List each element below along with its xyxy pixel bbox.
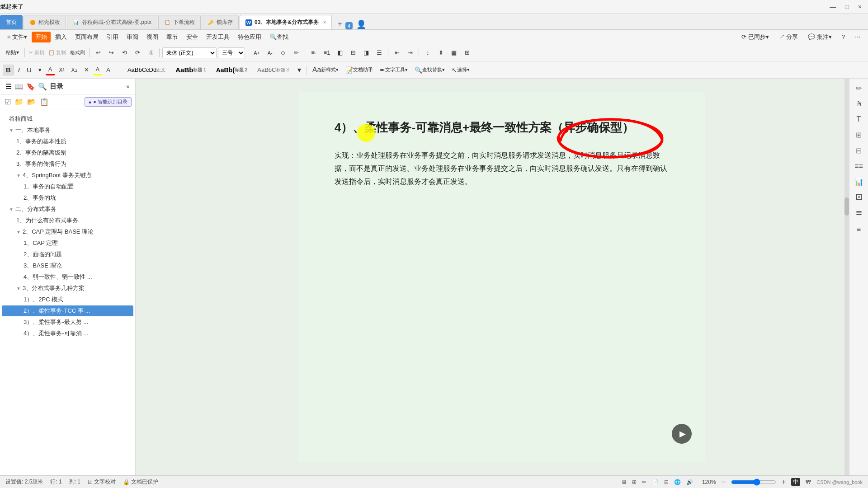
menu-search[interactable]: 🔍查找 [266,32,292,42]
text-assist-button[interactable]: 📝 文档助手 [343,65,376,75]
menu-start[interactable]: 开始 [32,32,51,42]
vertical-scrollbar[interactable] [844,79,849,475]
toc-item-yi-2[interactable]: 2、事务的隔离级别 [2,147,133,158]
toc-item-er[interactable]: ▼ 二、分布式事务 [2,204,133,215]
indent-increase-button[interactable]: ⇥ [404,47,416,59]
find-replace-button[interactable]: 🔍 查找替换▾ [412,65,448,75]
ime-indicator[interactable]: 中 [791,478,800,486]
edit-icon[interactable]: ✏ [642,479,646,485]
menu-special-apps[interactable]: 特色应用 [234,32,265,42]
undo2-button[interactable]: ⟳ [132,47,143,59]
view-icon-2[interactable]: ⊞ [632,479,637,485]
toc-item-yi-3[interactable]: 3、事务的传播行为 [2,159,133,169]
tab-slides[interactable]: 📊 谷粒商城-分布式高级-图.pptx [67,15,157,29]
doc-area[interactable]: 4）、柔性事务-可靠消息+最终一致性方案（异步确保型） 实现：业务处理服务在业务… [136,79,868,475]
sound-icon[interactable]: 🔊 [686,479,693,485]
doc-icon-status[interactable]: 📄 [652,479,659,485]
toc-check-all[interactable]: ☑ [4,97,12,107]
toc-item-er-2-2[interactable]: 2、面临的问题 [2,249,133,260]
highlight-color-button[interactable]: A [93,65,103,75]
right-panel-list-icon[interactable]: ≡ [855,224,863,235]
font-color2-button[interactable]: A [104,65,113,75]
copy-button[interactable]: 📋 复制 [47,47,67,59]
comment-btn[interactable]: 💬 批注▾ [804,32,835,42]
protect-btn[interactable]: 🔒 文档已保护 [123,478,158,486]
zoom-slider[interactable] [731,479,776,486]
menu-insert[interactable]: 插入 [52,32,71,42]
format-painter-button[interactable]: 格式刷 [69,47,86,59]
font-size-select[interactable]: 三号 [218,47,245,58]
style-normal[interactable]: AaBbCcDd 正文 [123,64,170,76]
zoom-in-button[interactable]: + [782,478,786,486]
line-spacing-button[interactable]: ↕ [422,47,434,59]
close-window-button[interactable]: × [855,2,864,11]
clear-format-button[interactable]: ◇ [277,47,289,59]
bold-button[interactable]: B [3,65,14,75]
select-button[interactable]: ↖ 选择▾ [449,65,472,75]
sidebar-nav-icon[interactable]: ☰ [5,82,12,91]
view-icon-1[interactable]: 🖥 [621,479,627,485]
superscript-button[interactable]: X² [57,65,67,75]
toc-item-er-3-2[interactable]: 2）、柔性事务-TCC 事 ... [2,305,133,316]
font-decrease-button[interactable]: A- [264,47,276,59]
menu-review[interactable]: 审阅 [123,32,142,42]
menu-reference[interactable]: 引用 [103,32,122,42]
redo2-button[interactable]: ⟲ [118,47,130,59]
help-btn[interactable]: ? [838,32,849,42]
right-panel-lines-icon[interactable]: ≡≡ [853,160,865,172]
style-heading1[interactable]: AaBb 标题 1 [171,64,210,76]
right-panel-grid-icon[interactable]: 〓 [854,207,864,220]
toc-item-er-2-1[interactable]: 1、CAP 定理 [2,238,133,249]
menu-dev-tools[interactable]: 开发工具 [203,32,233,42]
scrollbar-thumb[interactable] [844,197,849,216]
toc-item-er-3-1[interactable]: 1）、2PC 模式 [2,294,133,305]
tab-add-button[interactable]: + [335,19,345,29]
right-panel-minus-icon[interactable]: ⊟ [854,145,863,157]
menu-security[interactable]: 安全 [183,32,202,42]
toc-item-er-3-4[interactable]: 4）、柔性事务-可靠消 ... [2,328,133,339]
tab-doc[interactable]: W 03、本地事务&分布式事务 × [240,15,332,29]
undo-button[interactable]: ↩ [92,47,104,59]
indent-decrease-button[interactable]: ⇤ [391,47,403,59]
subscript-button[interactable]: X₂ [69,65,80,75]
menu-file[interactable]: ≡ 文件▾ [4,32,31,42]
toc-folder-open-icon[interactable]: 📂 [26,97,37,107]
paste-button[interactable]: 粘贴▾ [3,47,22,59]
smart-toc-button[interactable]: ● ● 智能识别目录 [85,97,132,107]
tab-flow[interactable]: 📋 下单流程 [158,15,201,29]
underline-button[interactable]: U [24,65,34,75]
right-panel-image-icon[interactable]: 🖼 [854,192,864,203]
style-heading2[interactable]: AaBb( 标题 2 [212,64,252,76]
style-heading3[interactable]: AaBbC 标题 3 [253,64,293,76]
more-btn[interactable]: ⋯ [851,32,864,42]
tab-library[interactable]: 🔑 锁库存 [202,15,239,29]
font-name-select[interactable]: 未体 (正文) [162,47,217,58]
play-button[interactable]: ▶ [672,424,692,444]
toc-item-er-2-4[interactable]: 4、弱一致性、弱一致性 ... [2,272,133,282]
font-increase-button[interactable]: A+ [251,47,263,59]
profile-icon[interactable]: 👤 [356,19,366,29]
toc-item-yi-4[interactable]: ▼ 4、SpringBoot 事务关键点 [2,170,133,181]
right-panel-table-icon[interactable]: ⊞ [854,129,863,141]
new-style-button[interactable]: Aa 新样式▾ [310,65,342,75]
redo-button[interactable]: ↪ [105,47,117,59]
sidebar-search-icon[interactable]: 🔍 [38,82,47,91]
cut-button[interactable]: ✂ 剪切 [28,47,46,59]
tab-template[interactable]: 🟠 稻壳模板 [24,15,66,29]
web-icon[interactable]: 🌐 [674,479,681,485]
toc-list-icon[interactable]: 📋 [39,97,50,107]
bullet-list-button[interactable]: ≡· [308,47,320,59]
sync-btn[interactable]: ⟳ 已同步▾ [738,32,773,42]
share-btn[interactable]: ↗ 分享 [775,32,802,42]
zoom-out-button[interactable]: − [722,478,726,486]
right-panel-cursor-icon[interactable]: 🖱 [854,98,864,110]
right-panel-chart-icon[interactable]: 📊 [853,176,865,188]
sidebar-bookmark-icon[interactable]: 🔖 [26,82,35,91]
align-justify-button[interactable]: ☰ [373,47,385,59]
toc-folder-icon[interactable]: 📁 [14,97,24,107]
tab-home[interactable]: 首页 [0,15,23,29]
toc-item-er-3[interactable]: ▼ 3、分布式事务几种方案 [2,283,133,294]
toc-item-er-3-3[interactable]: 3）、柔性事务-最大努 ... [2,317,133,328]
strikethrough-button[interactable]: ▾ [36,65,44,75]
toc-item-yi-1[interactable]: 1、事务的基本性质 [2,136,133,147]
